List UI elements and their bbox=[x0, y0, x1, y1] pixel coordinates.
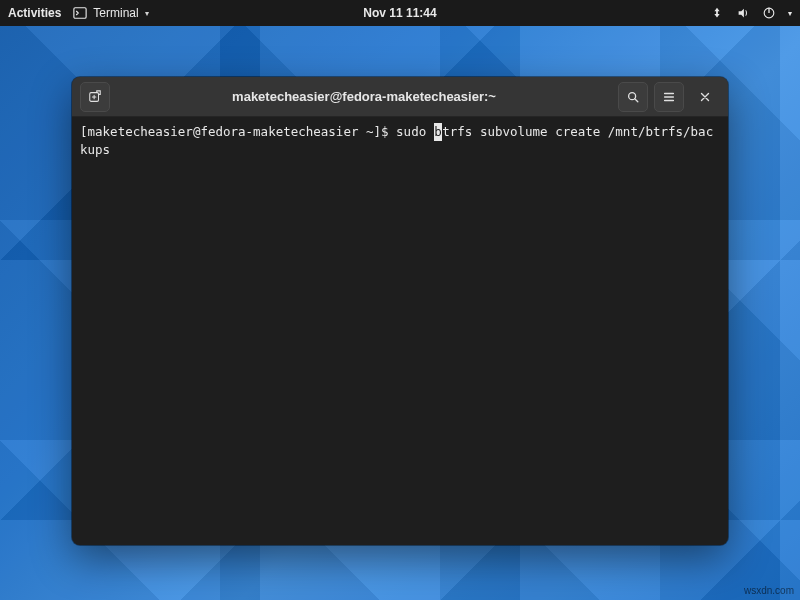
terminal-icon bbox=[73, 6, 87, 20]
shell-prompt: [maketecheasier@fedora-maketecheasier ~]… bbox=[80, 124, 396, 139]
hamburger-icon bbox=[662, 90, 676, 104]
app-menu[interactable]: Terminal ▾ bbox=[73, 6, 148, 20]
svg-rect-0 bbox=[74, 8, 86, 19]
close-icon bbox=[698, 90, 712, 104]
search-button[interactable] bbox=[618, 82, 648, 112]
watermark: wsxdn.com bbox=[744, 585, 794, 596]
command-text: sudo bbox=[396, 124, 434, 139]
chevron-down-icon: ▾ bbox=[145, 9, 149, 18]
text-cursor: b bbox=[434, 123, 443, 141]
chevron-down-icon[interactable]: ▾ bbox=[788, 9, 792, 18]
activities-button[interactable]: Activities bbox=[8, 6, 61, 20]
new-tab-button[interactable] bbox=[80, 82, 110, 112]
power-icon[interactable] bbox=[762, 6, 776, 20]
volume-icon[interactable] bbox=[736, 6, 750, 20]
terminal-window: maketecheasier@fedora-maketecheasier:~ [… bbox=[72, 77, 728, 545]
menu-button[interactable] bbox=[654, 82, 684, 112]
window-titlebar[interactable]: maketecheasier@fedora-maketecheasier:~ bbox=[72, 77, 728, 117]
app-menu-label: Terminal bbox=[93, 6, 138, 20]
search-icon bbox=[626, 90, 640, 104]
terminal-body[interactable]: [maketecheasier@fedora-maketecheasier ~]… bbox=[72, 117, 728, 545]
close-button[interactable] bbox=[690, 82, 720, 112]
network-icon[interactable] bbox=[710, 6, 724, 20]
window-title: maketecheasier@fedora-maketecheasier:~ bbox=[118, 89, 610, 104]
gnome-topbar: Activities Terminal ▾ Nov 11 11:44 ▾ bbox=[0, 0, 800, 26]
svg-line-5 bbox=[635, 98, 638, 101]
clock[interactable]: Nov 11 11:44 bbox=[363, 6, 436, 20]
